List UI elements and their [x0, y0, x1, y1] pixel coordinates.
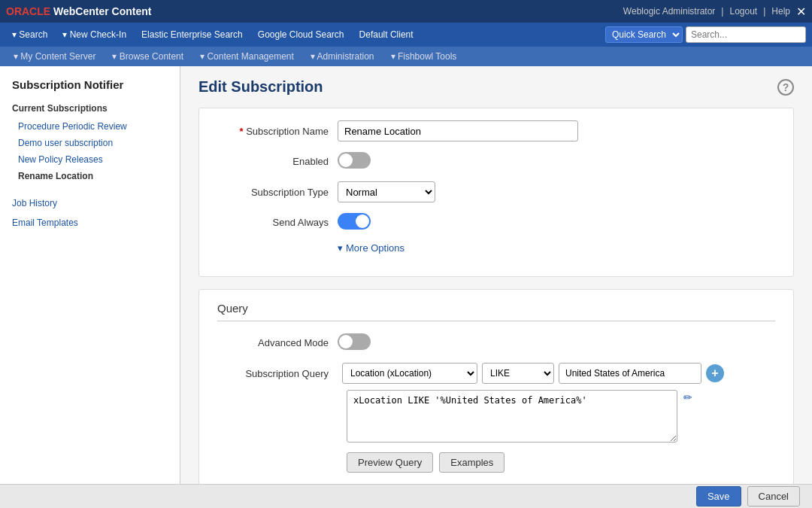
advanced-mode-toggle[interactable]	[338, 333, 371, 350]
oracle-text: ORACLE	[6, 5, 50, 17]
user-name: Weblogic Administrator	[623, 6, 716, 17]
nav-checkin[interactable]: ▾ New Check-In	[56, 26, 132, 43]
bottom-bar: Save Cancel	[0, 484, 812, 508]
page-title-row: Edit Subscription ?	[198, 78, 794, 96]
enabled-toggle[interactable]	[338, 152, 371, 169]
subscription-type-value: Normal Advanced	[338, 181, 775, 202]
subscription-type-row: Subscription Type Normal Advanced	[217, 181, 775, 202]
sidebar-title: Subscription Notifier	[0, 78, 180, 100]
main-layout: Subscription Notifier Current Subscripti…	[0, 66, 812, 484]
more-options-link[interactable]: ▾ More Options	[338, 242, 404, 254]
send-always-toggle[interactable]	[338, 213, 371, 230]
advanced-mode-row: Advanced Mode	[217, 333, 775, 352]
send-always-slider	[338, 213, 371, 230]
subscription-query-label: Subscription Query	[217, 368, 338, 379]
add-query-button[interactable]: +	[706, 364, 724, 382]
advanced-mode-label: Advanced Mode	[217, 337, 338, 348]
subscription-name-label: Subscription Name	[217, 126, 338, 137]
advanced-mode-slider	[338, 333, 371, 350]
sub-nav: ▾ My Content Server ▾ Browse Content ▾ C…	[0, 47, 812, 66]
save-button[interactable]: Save	[696, 486, 741, 506]
user-area: Weblogic Administrator | Logout | Help ✕	[623, 5, 806, 19]
more-options-row: ▾ More Options	[217, 242, 775, 254]
query-buttons: Preview Query Examples	[347, 452, 775, 473]
subscription-type-select[interactable]: Normal Advanced	[338, 181, 435, 202]
enabled-row: Enabled	[217, 152, 775, 171]
brand-area: ORACLE WebCenter Content	[6, 5, 151, 17]
sidebar-section-title: Current Subscriptions	[0, 100, 180, 118]
edit-icon[interactable]: ✏	[682, 390, 694, 405]
subnav-fishbowl[interactable]: ▾ Fishbowl Tools	[383, 50, 465, 63]
subnav-admin[interactable]: ▾ Administration	[303, 50, 382, 63]
more-options-value: ▾ More Options	[338, 242, 775, 254]
sidebar-item-emailtemplates[interactable]: Email Templates	[0, 213, 180, 233]
sidebar-item-rename[interactable]: Rename Location	[0, 168, 180, 184]
examples-button[interactable]: Examples	[439, 452, 504, 473]
nav-google[interactable]: Google Cloud Search	[252, 26, 350, 43]
product-name: WebCenter Content	[50, 5, 151, 17]
logout-link[interactable]: Logout	[729, 6, 757, 17]
nav-bar: ▾ Search ▾ New Check-In Elastic Enterpri…	[0, 23, 812, 47]
query-operator-select[interactable]: LIKE = != CONTAINS	[482, 363, 554, 384]
sidebar-item-demo[interactable]: Demo user subscription	[0, 135, 180, 151]
cancel-button[interactable]: Cancel	[747, 486, 800, 506]
query-textarea-row: xLocation LIKE '%United States of Americ…	[347, 390, 775, 445]
oracle-logo: ORACLE WebCenter Content	[6, 5, 151, 17]
form-section: Subscription Name Enabled Subscription T…	[198, 108, 794, 277]
send-always-label: Send Always	[217, 217, 338, 228]
help-icon[interactable]: ?	[777, 79, 794, 96]
subscription-type-label: Subscription Type	[217, 187, 338, 198]
query-section: Query Advanced Mode Subscription Query L…	[198, 289, 794, 484]
query-section-header: Query	[217, 302, 775, 321]
content-area: Edit Subscription ? Subscription Name En…	[180, 66, 812, 484]
subnav-myserver[interactable]: ▾ My Content Server	[6, 50, 103, 63]
send-always-value	[338, 213, 775, 232]
advanced-mode-value	[338, 333, 775, 352]
enabled-label: Enabled	[217, 156, 338, 167]
quick-search-select[interactable]: Quick Search	[605, 26, 683, 43]
close-icon[interactable]: ✕	[796, 5, 806, 19]
sidebar-item-procedure[interactable]: Procedure Periodic Review	[0, 118, 180, 135]
query-field-select[interactable]: Location (xLocation) Title Author Type	[342, 363, 477, 384]
query-value-input[interactable]	[559, 363, 701, 384]
search-input[interactable]	[686, 26, 806, 43]
query-textarea-wrapper: xLocation LIKE '%United States of Americ…	[347, 390, 677, 445]
send-always-row: Send Always	[217, 213, 775, 232]
sidebar: Subscription Notifier Current Subscripti…	[0, 66, 180, 484]
top-bar: ORACLE WebCenter Content Weblogic Admini…	[0, 0, 812, 23]
subnav-browse[interactable]: ▾ Browse Content	[105, 50, 191, 63]
nav-default[interactable]: Default Client	[353, 26, 420, 43]
nav-elastic[interactable]: Elastic Enterprise Search	[135, 26, 249, 43]
enabled-value	[338, 152, 775, 171]
subscription-name-row: Subscription Name	[217, 120, 775, 141]
search-area: Quick Search	[605, 26, 806, 43]
subnav-content-mgmt[interactable]: ▾ Content Management	[192, 50, 301, 63]
query-expression-textarea[interactable]: xLocation LIKE '%United States of Americ…	[347, 390, 677, 443]
subscription-name-value	[338, 120, 775, 141]
preview-query-button[interactable]: Preview Query	[347, 452, 433, 473]
page-title: Edit Subscription	[198, 78, 323, 96]
sidebar-item-jobhistory[interactable]: Job History	[0, 193, 180, 213]
sidebar-item-newpolicy[interactable]: New Policy Releases	[0, 151, 180, 168]
enabled-slider	[338, 152, 371, 169]
chevron-down-icon: ▾	[338, 242, 343, 254]
more-options-label: More Options	[346, 242, 404, 254]
subscription-name-input[interactable]	[338, 120, 578, 141]
help-link[interactable]: Help	[771, 6, 790, 17]
subscription-query-row: Subscription Query Location (xLocation) …	[217, 363, 775, 384]
nav-search[interactable]: ▾ Search	[6, 26, 53, 43]
